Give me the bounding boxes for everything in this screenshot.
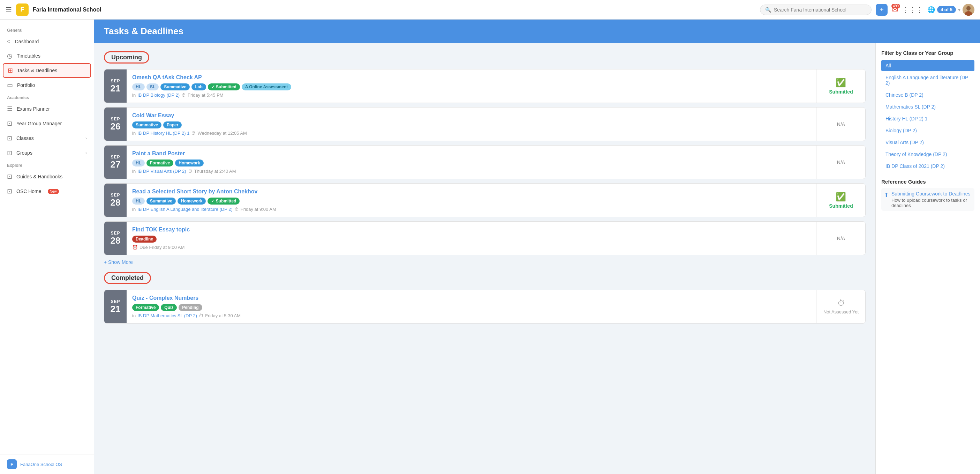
tag-summative: Summative <box>146 198 176 204</box>
sidebar-item-label: Timetables <box>17 53 40 59</box>
search-input[interactable] <box>774 7 866 13</box>
task-time: Friday at 5:45 PM <box>188 93 224 98</box>
task-title[interactable]: Cold War Essay <box>132 112 811 119</box>
task-class[interactable]: IB DP Mathematics SL (DP 2) <box>137 313 197 318</box>
sidebar-item-tasks[interactable]: ⊞ Tasks & Deadlines <box>3 63 91 78</box>
page-title: Tasks & Deadlines <box>104 26 970 37</box>
sidebar-item-label: Classes <box>16 136 34 141</box>
task-title[interactable]: Read a Selected Short Story by Anton Che… <box>132 188 811 195</box>
filter-item-visual-arts[interactable]: Visual Arts (DP 2) <box>881 137 974 148</box>
sidebar-item-label: Year Group Manager <box>16 121 62 126</box>
reference-desc: How to upload coursework to tasks or dea… <box>891 198 972 208</box>
add-button[interactable]: + <box>876 4 888 16</box>
task-title[interactable]: Paint a Band Poster <box>132 150 811 157</box>
task-tags: HL SL Summative Lab ✓ Submitted A Online… <box>132 83 811 90</box>
task-day: 26 <box>111 121 121 132</box>
tag-submitted: ✓ Submitted <box>207 198 240 204</box>
reference-link[interactable]: Submitting Coursework to Deadlines <box>891 191 972 196</box>
task-status: ✅ Submitted <box>816 184 865 217</box>
chevron-right-icon: › <box>86 136 87 140</box>
status-na: N/A <box>837 160 845 165</box>
sidebar-item-exams[interactable]: ☰ Exams Planner <box>0 102 94 116</box>
task-body: Read a Selected Short Story by Anton Che… <box>127 184 816 217</box>
general-section-label: General <box>0 25 94 34</box>
tag-homework: Homework <box>178 198 206 204</box>
fariaone-logo: F <box>7 459 17 469</box>
task-meta: in IB DP Mathematics SL (DP 2) ⏱ Friday … <box>132 313 811 318</box>
filter-item-history[interactable]: History HL (DP 2) 1 <box>881 113 974 124</box>
task-day: 27 <box>111 160 121 170</box>
task-date: SEP 21 <box>104 69 127 103</box>
task-title[interactable]: Quiz - Complex Numbers <box>132 295 811 301</box>
main-content: Tasks & Deadlines Upcoming SEP 21 Omesh … <box>94 19 980 474</box>
school-name: Faria International School <box>33 6 101 13</box>
page-header: Tasks & Deadlines <box>94 19 980 43</box>
task-card: SEP 26 Cold War Essay Summative Paper in… <box>104 107 865 141</box>
exams-icon: ☰ <box>7 105 13 113</box>
upload-icon: ⬆ <box>884 192 889 208</box>
task-body: Paint a Band Poster HL Formative Homewor… <box>127 145 816 179</box>
task-month: SEP <box>111 231 120 236</box>
status-label: Submitted <box>829 89 853 94</box>
sidebar-item-timetables[interactable]: ◷ Timetables <box>0 48 94 63</box>
task-tags: Deadline <box>132 236 811 243</box>
avatar[interactable] <box>963 4 974 16</box>
task-date: SEP 21 <box>104 290 127 323</box>
sidebar-item-label: OSC Home <box>16 188 41 194</box>
sidebar-item-classes[interactable]: ⊡ Classes › <box>0 131 94 145</box>
task-meta: ⏰ Due Friday at 9:00 AM <box>132 245 811 250</box>
osc-icon: ⊡ <box>7 187 12 195</box>
task-body: Find TOK Essay topic Deadline ⏰ Due Frid… <box>127 222 816 255</box>
status-label: Submitted <box>829 203 853 209</box>
filter-item-chinese[interactable]: Chinese B (DP 2) <box>881 89 974 101</box>
sidebar-footer[interactable]: F FariaOne School OS <box>0 454 94 474</box>
sidebar-item-osc[interactable]: ⊡ OSC Home New <box>0 184 94 199</box>
hamburger-icon[interactable]: ☰ <box>6 6 12 14</box>
tasks-panel: Upcoming SEP 21 Omesh QA tAsk Check AP H… <box>94 43 875 474</box>
task-date: SEP 27 <box>104 145 127 179</box>
task-class[interactable]: IB DP History HL (DP 2) 1 <box>137 131 189 136</box>
filter-item-biology[interactable]: Biology (DP 2) <box>881 125 974 136</box>
task-tags: Summative Paper <box>132 121 811 128</box>
year-group-icon: ⊡ <box>7 120 12 128</box>
mail-button[interactable]: ✉ 499 <box>892 5 898 14</box>
task-time: Thursday at 2:40 AM <box>194 169 236 174</box>
sidebar-item-portfolio[interactable]: ▭ Portfolio <box>0 78 94 93</box>
show-more-button[interactable]: + Show More <box>104 259 865 265</box>
task-class[interactable]: IB DP Visual Arts (DP 2) <box>137 169 186 174</box>
task-time: Friday at 9:00 AM <box>241 207 276 212</box>
sidebar-item-year-group[interactable]: ⊡ Year Group Manager <box>0 116 94 131</box>
filter-title: Filter by Class or Year Group <box>881 50 974 56</box>
task-meta: in IB DP English A Language and literatu… <box>132 207 811 212</box>
task-month: SEP <box>111 117 120 121</box>
tag-formative: Formative <box>132 304 159 311</box>
task-card: SEP 28 Find TOK Essay topic Deadline ⏰ D… <box>104 221 865 255</box>
task-meta: in IB DP History HL (DP 2) 1 ⏱ Wednesday… <box>132 131 811 136</box>
filter-item-english[interactable]: English A Language and literature (DP 2) <box>881 72 974 89</box>
grid-icon[interactable]: ⋮⋮⋮ <box>902 6 923 14</box>
profile-section[interactable]: 🌐 4 of 5 ▾ <box>928 4 974 16</box>
task-title[interactable]: Find TOK Essay topic <box>132 227 811 233</box>
filter-item-tok[interactable]: Theory of Knowledge (DP 2) <box>881 149 974 160</box>
filter-item-all[interactable]: All <box>881 60 974 71</box>
task-status: ✅ Submitted <box>816 69 865 103</box>
guides-icon: ⊡ <box>7 173 12 180</box>
task-status: N/A <box>816 107 865 140</box>
top-navigation: ☰ F Faria International School 🔍 + ✉ 499… <box>0 0 980 19</box>
sidebar-item-guides[interactable]: ⊡ Guides & Handbooks <box>0 169 94 184</box>
filter-item-maths[interactable]: Mathematics SL (DP 2) <box>881 101 974 112</box>
sidebar-item-groups[interactable]: ⊡ Groups › <box>0 145 94 160</box>
sidebar-item-dashboard[interactable]: ○ Dashboard <box>0 34 94 48</box>
task-class[interactable]: IB DP Biology (DP 2) <box>137 93 180 98</box>
sidebar-item-label: Groups <box>16 150 32 156</box>
task-class[interactable]: IB DP English A Language and literature … <box>137 207 232 212</box>
task-date: SEP 28 <box>104 222 127 255</box>
search-bar[interactable]: 🔍 <box>760 5 872 15</box>
filter-item-ib-class[interactable]: IB DP Class of 2021 (DP 2) <box>881 161 974 172</box>
sidebar-item-label: Guides & Handbooks <box>16 174 62 179</box>
task-title[interactable]: Omesh QA tAsk Check AP <box>132 74 811 81</box>
task-card: SEP 27 Paint a Band Poster HL Formative … <box>104 145 865 179</box>
task-month: SEP <box>111 155 120 160</box>
tag-quiz: Quiz <box>161 304 177 311</box>
mail-badge: 499 <box>891 4 900 8</box>
